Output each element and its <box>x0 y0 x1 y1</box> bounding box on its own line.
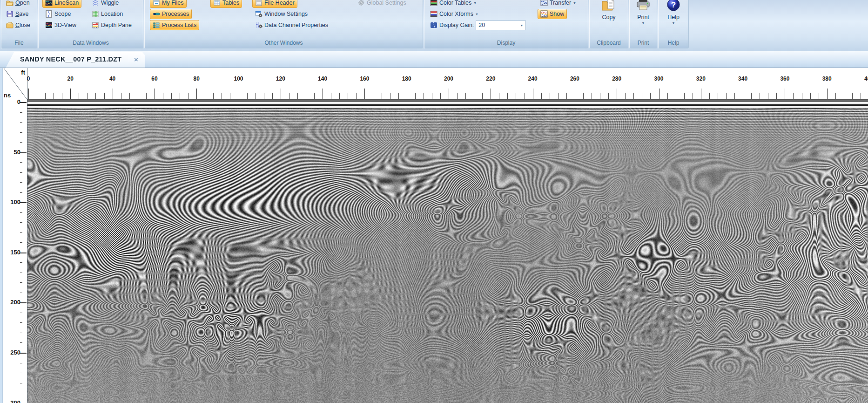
x-minor-tick <box>457 93 458 99</box>
y-major-tick <box>20 152 27 153</box>
x-major-tick <box>323 89 323 99</box>
tables-button[interactable]: Tables <box>210 0 242 8</box>
show-button[interactable]: Show <box>538 9 567 19</box>
y-tick-label: 300 <box>6 399 20 403</box>
y-minor-tick <box>20 172 22 173</box>
x-minor-tick <box>222 93 222 99</box>
y-tick-label: 100 <box>6 198 20 205</box>
x-minor-tick <box>684 93 685 99</box>
x-minor-tick <box>693 93 693 99</box>
y-tick-label: 200 <box>6 299 20 306</box>
x-tick-label: 80 <box>194 75 200 82</box>
x-minor-tick <box>272 93 273 99</box>
print-button[interactable]: Print ▼ <box>630 0 657 25</box>
show-icon <box>540 10 548 18</box>
process-lists-button[interactable]: Process Lists <box>150 20 199 30</box>
open-button[interactable]: Open <box>3 0 33 8</box>
x-minor-tick <box>432 93 432 99</box>
x-tick-label: 240 <box>528 75 538 82</box>
global-settings-button[interactable]: Global Settings <box>355 0 409 8</box>
y-minor-tick <box>20 383 22 383</box>
x-minor-tick <box>525 93 525 99</box>
chevron-down-icon[interactable]: ▼ <box>520 24 523 27</box>
transfer-button[interactable]: Transfer ▼ <box>538 0 579 8</box>
ribbon-group-data-windows: LineScan Scope 3D-View <box>38 0 143 48</box>
chevron-down-icon[interactable]: ▼ <box>642 21 645 25</box>
chevron-down-icon[interactable]: ▼ <box>573 1 576 5</box>
x-major-tick <box>70 89 71 99</box>
transfer-icon <box>540 0 548 7</box>
x-major-tick <box>449 89 449 99</box>
x-major-tick <box>113 89 113 99</box>
chevron-down-icon[interactable]: ▼ <box>672 21 675 25</box>
close-button[interactable]: Close <box>3 20 33 30</box>
radargram-canvas[interactable] <box>27 99 868 403</box>
file-header-button[interactable]: File Header <box>252 0 297 8</box>
data-channel-properties-button[interactable]: Data Channel Properties <box>252 20 331 30</box>
scope-button[interactable]: Scope <box>42 9 74 19</box>
group-label-print: Print <box>630 40 657 46</box>
x-minor-tick <box>507 93 508 99</box>
x-minor-tick <box>583 93 584 99</box>
window-settings-button[interactable]: Window Settings <box>252 9 310 19</box>
depth-pane-button[interactable]: Depth Pane <box>89 20 135 30</box>
wiggle-button[interactable]: Wiggle <box>89 0 121 8</box>
y-minor-tick <box>20 222 22 223</box>
x-minor-tick <box>852 93 853 99</box>
save-button[interactable]: Save <box>3 9 32 19</box>
3d-view-button[interactable]: 3D-View <box>42 20 79 30</box>
x-minor-tick <box>415 93 416 99</box>
x-minor-tick <box>482 93 483 99</box>
open-folder-icon <box>6 0 13 7</box>
x-minor-tick <box>256 93 256 99</box>
y-minor-tick <box>20 273 22 273</box>
color-tables-button[interactable]: Color Tables ▼ <box>427 0 479 8</box>
x-tick-label: 220 <box>486 75 495 82</box>
y-minor-tick <box>20 363 22 363</box>
chevron-down-icon[interactable]: ▼ <box>473 1 477 5</box>
x-minor-tick <box>297 93 298 99</box>
chevron-down-icon[interactable]: ▼ <box>475 13 478 16</box>
help-button[interactable]: ? Help ▼ <box>659 0 688 25</box>
x-major-tick <box>281 89 281 99</box>
y-axis-unit-label: ns <box>4 92 11 99</box>
x-tick-label: 0 <box>27 75 30 82</box>
x-minor-tick <box>625 93 626 99</box>
linescan-button[interactable]: LineScan <box>42 0 81 8</box>
close-icon[interactable]: × <box>134 55 138 64</box>
x-major-tick <box>743 89 743 99</box>
x-minor-tick <box>45 93 46 99</box>
x-minor-tick <box>768 93 768 99</box>
x-minor-tick <box>331 93 331 99</box>
group-label-display: Display <box>424 40 588 46</box>
group-label-data-windows: Data Windows <box>39 40 143 46</box>
display-gain-value: 20 <box>478 22 485 28</box>
y-minor-tick <box>20 373 22 373</box>
color-xforms-button[interactable]: Color Xforms ▼ <box>427 9 481 19</box>
x-minor-tick <box>213 93 214 99</box>
x-minor-tick <box>289 93 289 99</box>
my-files-button[interactable]: My Files <box>150 0 187 8</box>
location-button[interactable]: Location <box>89 9 126 19</box>
x-minor-tick <box>709 93 710 99</box>
y-minor-tick <box>20 282 22 283</box>
floppy-disk-icon <box>6 10 13 18</box>
x-minor-tick <box>171 93 172 99</box>
y-major-tick <box>20 102 27 103</box>
processes-icon <box>153 10 160 18</box>
document-tab[interactable]: SANDY NECK__007 P_211.DZT × <box>6 52 145 68</box>
display-gain-combobox[interactable]: 20 ▼ <box>476 20 526 30</box>
y-minor-tick <box>20 112 22 113</box>
processes-button[interactable]: Processes <box>150 9 192 19</box>
group-label-file: File <box>1 40 37 46</box>
copy-button[interactable]: Copy <box>590 0 628 20</box>
help-icon: ? <box>666 0 681 13</box>
my-files-icon <box>153 0 160 7</box>
y-minor-tick <box>20 242 22 243</box>
linescan-icon <box>45 0 53 7</box>
x-minor-tick <box>121 93 121 99</box>
y-minor-tick <box>20 132 22 133</box>
x-minor-tick <box>516 93 516 99</box>
x-minor-tick <box>373 93 373 99</box>
process-lists-icon <box>153 21 160 29</box>
